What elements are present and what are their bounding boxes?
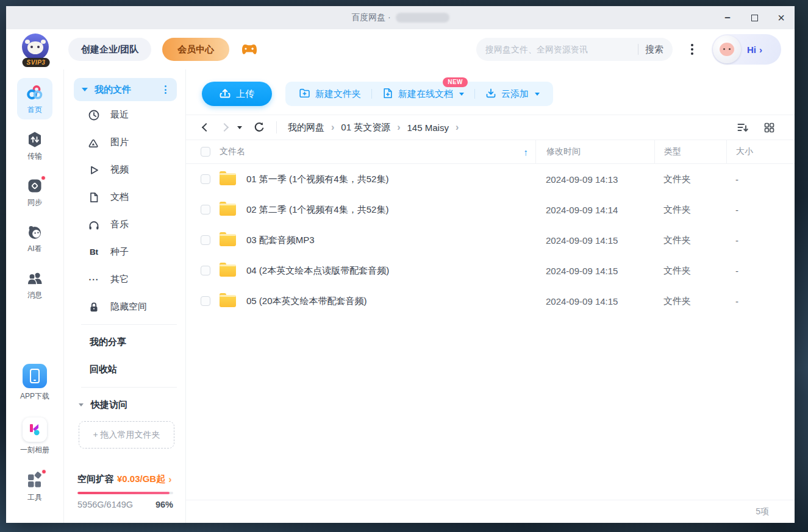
tools-icon	[26, 471, 44, 489]
nav-item-others[interactable]: ··· 其它	[74, 266, 177, 293]
chevron-down-icon	[535, 93, 540, 96]
nav-item-torrents[interactable]: Bt 种子	[74, 238, 177, 266]
file-size: -	[726, 266, 795, 276]
column-header-type[interactable]: 类型	[654, 140, 726, 163]
folder-icon	[220, 295, 236, 307]
new-folder-button[interactable]: 新建文件夹	[296, 87, 363, 101]
nav-item-hidden-space[interactable]: 隐藏空间	[74, 293, 177, 321]
new-doc-icon	[382, 88, 393, 101]
back-button[interactable]	[203, 124, 209, 130]
nav-item-videos[interactable]: 视频	[74, 156, 177, 183]
close-icon[interactable]: ×	[776, 13, 786, 23]
rail-item-app-download[interactable]: APP下载	[17, 358, 52, 406]
app-logo[interactable]: SVIP3	[22, 34, 50, 65]
drop-folder-zone[interactable]: + 拖入常用文件夹	[79, 421, 174, 449]
item-count: 5项	[756, 506, 769, 517]
clock-icon	[88, 109, 100, 121]
search-button[interactable]: 搜索	[645, 44, 663, 55]
maximize-icon[interactable]	[749, 13, 759, 23]
chevron-right-icon: ›	[168, 474, 171, 485]
rail-item-ai-view[interactable]: AI看	[17, 218, 52, 258]
row-checkbox[interactable]	[201, 235, 210, 245]
rail-item-sync[interactable]: 同步	[17, 172, 52, 212]
game-icon[interactable]	[241, 43, 257, 56]
storage-progress-fill	[77, 492, 170, 494]
sort-ascending-icon[interactable]: ↑	[524, 147, 529, 157]
grid-view-icon[interactable]	[763, 122, 775, 133]
table-row[interactable]: 02 第二季 (1个视频有4集，共52集) 2024-09-09 14:14 文…	[186, 194, 795, 225]
main-content: 上传 新建文件夹 NEW	[186, 69, 795, 523]
storage-section: 空间扩容 ¥0.03/GB起 › 5956G/6149G 96%	[74, 473, 177, 512]
app-download-icon	[23, 364, 47, 388]
user-profile-button[interactable]: Hi ›	[712, 34, 781, 65]
row-checkbox[interactable]	[201, 266, 210, 275]
breadcrumb-item-root[interactable]: 我的网盘	[288, 122, 324, 133]
select-all-checkbox[interactable]	[201, 147, 210, 157]
file-modified: 2024-09-09 14:13	[535, 174, 654, 185]
nav-item-documents[interactable]: 文档	[74, 183, 177, 211]
create-team-button[interactable]: 创建企业/团队	[68, 38, 151, 61]
rail-item-yike-album[interactable]: 一刻相册	[17, 412, 52, 459]
storage-expand-link[interactable]: 空间扩容 ¥0.03/GB起 ›	[77, 473, 176, 485]
nav-item-recent[interactable]: 最近	[74, 101, 177, 129]
file-modified: 2024-09-09 14:15	[535, 296, 654, 307]
nav-item-pictures[interactable]: 图片	[74, 129, 177, 156]
forward-button[interactable]	[221, 124, 227, 130]
upload-button[interactable]: 上传	[202, 82, 272, 106]
breadcrumb-item-folder[interactable]: 01 英文资源	[341, 122, 390, 133]
my-files-header[interactable]: 我的文件	[74, 78, 177, 101]
messages-icon	[26, 270, 44, 287]
vip-center-button[interactable]: 会员中心	[162, 38, 229, 61]
folder-icon	[220, 204, 236, 216]
file-name[interactable]: 04 (2本英文绘本点读版带配套音频)	[246, 265, 389, 277]
divider	[81, 324, 177, 325]
file-name[interactable]: 02 第二季 (1个视频有4集，共52集)	[246, 204, 388, 216]
column-header-name[interactable]: 文件名	[220, 146, 245, 157]
table-row[interactable]: 01 第一季 (1个视频有4集，共52集) 2024-09-09 14:13 文…	[186, 164, 795, 194]
file-type: 文件夹	[654, 204, 726, 216]
minimize-icon[interactable]: –	[723, 13, 732, 23]
search-input[interactable]	[485, 44, 631, 54]
my-files-menu-icon[interactable]	[162, 83, 169, 96]
file-name[interactable]: 03 配套音频MP3	[246, 235, 315, 246]
nav-panel: 我的文件 最近 图片	[64, 69, 186, 523]
row-checkbox[interactable]	[201, 205, 210, 215]
rail-item-transfer[interactable]: 传输	[17, 126, 52, 166]
cloud-add-icon	[485, 88, 496, 101]
title-bar[interactable]: 百度网盘 · – ×	[6, 6, 795, 29]
user-avatar	[713, 35, 741, 63]
new-online-doc-button[interactable]: NEW 新建在线文档	[380, 88, 467, 101]
table-row[interactable]: 04 (2本英文绘本点读版带配套音频) 2024-09-09 14:15 文件夹…	[186, 255, 795, 286]
nav-item-my-shares[interactable]: 我的分享	[74, 328, 177, 356]
row-checkbox[interactable]	[201, 174, 210, 184]
storage-percent: 96%	[156, 500, 173, 509]
sort-icon[interactable]	[737, 121, 749, 133]
app-header: SVIP3 创建企业/团队 会员中心 搜索 Hi ›	[6, 29, 795, 69]
chevron-right-icon: ›	[759, 44, 762, 55]
more-menu-icon[interactable]	[687, 40, 697, 59]
table-row[interactable]: 03 配套音频MP3 2024-09-09 14:15 文件夹 -	[186, 225, 795, 255]
history-dropdown-icon[interactable]	[237, 126, 242, 129]
search-divider	[638, 44, 638, 55]
file-size: -	[726, 296, 795, 307]
cloud-add-button[interactable]: 云添加	[483, 88, 542, 101]
column-header-size[interactable]: 大小	[726, 140, 795, 163]
nav-item-recycle-bin[interactable]: 回收站	[74, 356, 177, 383]
quick-access-header[interactable]: 快捷访问	[74, 391, 177, 419]
rail-item-tools[interactable]: 工具	[17, 466, 52, 507]
chevron-right-icon: ›	[397, 122, 400, 133]
file-name[interactable]: 01 第一季 (1个视频有4集，共52集)	[246, 174, 388, 185]
chevron-down-icon	[459, 93, 464, 96]
refresh-icon[interactable]	[253, 121, 265, 133]
rail-item-messages[interactable]: 消息	[17, 264, 52, 305]
file-name[interactable]: 05 (20本英文绘本带配套音频)	[246, 296, 367, 307]
table-row[interactable]: 05 (20本英文绘本带配套音频) 2024-09-09 14:15 文件夹 -	[186, 286, 795, 316]
file-modified: 2024-09-09 14:14	[535, 205, 654, 215]
nav-item-music[interactable]: 音乐	[74, 211, 177, 238]
rail-item-home[interactable]: 首页	[17, 78, 52, 119]
breadcrumb-item-current[interactable]: 145 Maisy	[407, 122, 449, 133]
sync-badge	[41, 176, 46, 180]
column-header-modified[interactable]: 修改时间	[535, 140, 654, 163]
file-size: -	[726, 205, 795, 215]
row-checkbox[interactable]	[201, 296, 210, 306]
